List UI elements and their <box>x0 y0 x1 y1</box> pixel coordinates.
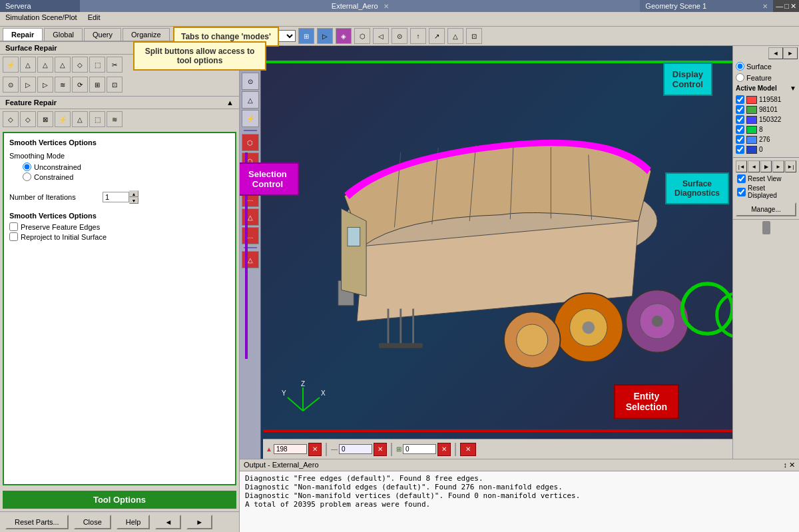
pb-first[interactable]: |◄ <box>736 160 747 172</box>
pb-prev[interactable]: ◄ <box>748 160 759 172</box>
tool-btn-13[interactable]: ⊞ <box>89 77 105 93</box>
reset-view-check[interactable] <box>737 174 746 183</box>
feature-radio-label: Feature <box>746 74 772 82</box>
view-btn-3[interactable]: ◈ <box>336 28 352 44</box>
model-item-3-check[interactable] <box>736 115 744 124</box>
pb-play[interactable]: ▶ <box>760 160 772 172</box>
tool-btn-3[interactable]: △ <box>37 57 53 73</box>
menu-simulation[interactable]: Simulation Scene/Plot <box>0 12 83 26</box>
spin-up[interactable]: ▲ <box>129 190 138 197</box>
feature-radio[interactable] <box>736 73 744 82</box>
tab-query[interactable]: Query <box>84 28 121 41</box>
feature-btn-2[interactable]: ◇ <box>20 111 36 127</box>
view-btn-8[interactable]: ↗ <box>429 28 445 44</box>
model-item-5-check[interactable] <box>736 135 744 144</box>
model-item-2-color <box>746 106 757 114</box>
model-item-6-value: 0 <box>759 146 763 153</box>
vp-tool-sel-7[interactable]: △ <box>242 251 259 268</box>
view-btn-1[interactable]: ⊞ <box>298 28 314 44</box>
model-item-2-check[interactable] <box>736 105 744 114</box>
pb-last[interactable]: ►| <box>785 160 796 172</box>
nav-next[interactable]: ► <box>783 47 798 59</box>
prev-nav-button[interactable]: ◄ <box>155 515 181 529</box>
reproject-checkbox[interactable] <box>9 232 18 241</box>
entity-selection-line <box>263 429 732 432</box>
tool-btn-4[interactable]: △ <box>55 57 71 73</box>
tool-btn-8[interactable]: ⊙ <box>3 77 19 93</box>
feature-btn-5[interactable]: △ <box>72 111 88 127</box>
tool-btn-9[interactable]: ▷ <box>20 77 36 93</box>
tool-btn-2[interactable]: △ <box>20 57 36 73</box>
view-btn-9[interactable]: △ <box>447 28 463 44</box>
constrained-radio[interactable] <box>23 172 31 181</box>
reset-displayed-row: Reset Displayed <box>733 184 799 200</box>
tool-btn-1[interactable]: ⚡ <box>3 57 19 73</box>
feature-btn-3[interactable]: ⊠ <box>37 111 53 127</box>
vp-tool-2[interactable]: △ <box>242 91 259 109</box>
vp-tool-3[interactable]: ⚡ <box>242 110 259 127</box>
surface-radio[interactable] <box>736 62 744 71</box>
spin-down[interactable]: ▼ <box>129 197 138 204</box>
output-line-3: Diagnostic "Non-manifold vertices (defau… <box>245 491 794 500</box>
tool-options-bar: Tool Options <box>3 491 236 509</box>
axis-indicator: X Y Z <box>280 381 326 422</box>
view-btn-4[interactable]: ⬡ <box>354 28 370 44</box>
scrollbar-thumb[interactable] <box>762 221 770 234</box>
tool-btn-7[interactable]: ✂ <box>107 57 123 73</box>
vp-tool-sel-5[interactable]: △ <box>242 208 259 226</box>
reset-parts-button[interactable]: Reset Parts... <box>5 515 69 529</box>
next-nav-button[interactable]: ► <box>186 515 212 529</box>
feature-btn-4[interactable]: ⚡ <box>55 111 71 127</box>
tool-btn-14[interactable]: ⊡ <box>107 77 123 93</box>
doc-title: External_Aero ✕ <box>80 0 640 12</box>
menu-edit[interactable]: Edit <box>83 12 106 26</box>
model-item-1-check[interactable] <box>736 95 744 104</box>
entity-input-3[interactable] <box>403 444 436 454</box>
preserve-feature-row: Preserve Feature Edges <box>9 222 230 231</box>
close-button[interactable]: Close <box>74 515 111 529</box>
entity-clear-1[interactable]: ✕ <box>308 443 322 456</box>
entity-input-1[interactable] <box>274 444 307 454</box>
model-item-4-check[interactable] <box>736 125 744 134</box>
model-item-6: 0 <box>733 144 799 154</box>
nav-prev[interactable]: ◄ <box>768 47 783 59</box>
view-btn-7[interactable]: ↑ <box>410 28 426 44</box>
view-btn-10[interactable]: ⊡ <box>466 28 482 44</box>
view-btn-2[interactable]: ▷ <box>317 28 333 44</box>
feature-repair-header: Feature Repair ▲ <box>0 96 239 109</box>
vp-tool-sel-6[interactable]: … <box>242 227 259 244</box>
tool-btn-12[interactable]: ⟳ <box>72 77 88 93</box>
help-button[interactable]: Help <box>117 515 150 529</box>
entity-field-3: ⊞ ✕ <box>396 443 451 456</box>
viewport[interactable]: DisplayControl ⊞ ⊙ △ ⚡ ⬡ ⬡ △ … △ <box>240 46 732 459</box>
manage-button[interactable]: Manage... <box>736 202 796 216</box>
constrained-label: Constrained <box>34 173 73 181</box>
tool-btn-6[interactable]: ⬚ <box>89 57 105 73</box>
reset-displayed-check[interactable] <box>737 188 746 196</box>
view-btn-6[interactable]: ⊙ <box>392 28 407 44</box>
view-btn-5[interactable]: ◁ <box>373 28 389 44</box>
vp-tool-1[interactable]: ⊙ <box>242 73 259 90</box>
viewport-area: DisplayControl ⊞ ⊙ △ ⚡ ⬡ ⬡ △ … △ <box>240 46 799 459</box>
pb-next[interactable]: ► <box>772 160 784 172</box>
entity-input-2[interactable] <box>339 444 372 454</box>
tool-btn-10[interactable]: ▷ <box>37 77 53 93</box>
tool-btn-11[interactable]: ≋ <box>55 77 71 93</box>
entity-clear-all[interactable]: ✕ <box>460 443 476 456</box>
tool-btn-5[interactable]: ◇ <box>72 57 88 73</box>
iterations-input[interactable]: 1 <box>103 192 129 202</box>
feature-btn-6[interactable]: ⬚ <box>89 111 105 127</box>
vp-tool-sel-1[interactable]: ⬡ <box>242 134 259 151</box>
feature-btn-7[interactable]: ≋ <box>107 111 123 127</box>
unconstrained-radio[interactable] <box>23 162 31 171</box>
preserve-feature-checkbox[interactable] <box>9 222 18 231</box>
model-item-6-check[interactable] <box>736 145 744 154</box>
entity-clear-3[interactable]: ✕ <box>437 443 451 456</box>
tab-repair[interactable]: Repair <box>3 28 43 41</box>
tab-global[interactable]: Global <box>44 28 83 41</box>
iterations-spinner[interactable]: 1 ▲ ▼ <box>103 190 138 204</box>
entity-clear-2[interactable]: ✕ <box>374 443 387 456</box>
tab-organize[interactable]: Organize <box>123 28 170 41</box>
feature-btn-1[interactable]: ◇ <box>3 111 19 127</box>
window-controls[interactable]: — □ ✕ <box>773 0 799 12</box>
